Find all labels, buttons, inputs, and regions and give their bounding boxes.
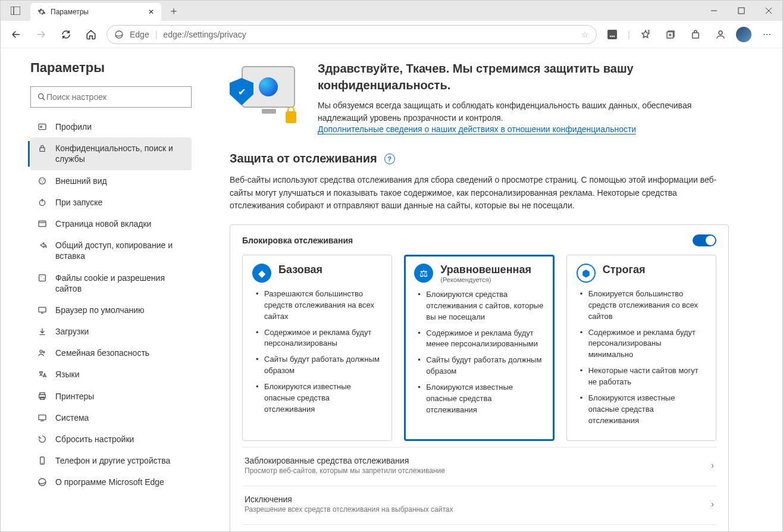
sidebar-item-family[interactable]: Семейная безопасность — [30, 342, 192, 364]
sidebar-item-share[interactable]: Общий доступ, копирование и вставка — [30, 234, 192, 267]
favorites-icon[interactable] — [636, 25, 655, 44]
sidebar-item-system[interactable]: Система — [30, 407, 192, 428]
appearance-icon — [37, 176, 48, 186]
cookies-icon — [37, 273, 48, 283]
exceptions-link[interactable]: Исключения Разрешение всех средств отсле… — [242, 486, 716, 522]
browser-tab[interactable]: Параметры ✕ — [30, 3, 161, 21]
sidebar-item-default[interactable]: Браузер по умолчанию — [30, 299, 192, 321]
svg-rect-29 — [39, 221, 46, 226]
search-settings[interactable] — [30, 86, 192, 108]
level-title: Строгая — [603, 264, 646, 276]
search-input[interactable] — [46, 92, 185, 102]
sidebar-item-label: Система — [55, 412, 89, 423]
collections-icon[interactable] — [661, 25, 680, 44]
close-tab-button[interactable]: ✕ — [148, 8, 154, 16]
level-icon: ◆ — [252, 264, 271, 283]
shopping-icon[interactable] — [686, 25, 705, 44]
exceptions-desc: Разрешение всех средств отслеживания на … — [245, 505, 453, 514]
svg-point-25 — [43, 179, 44, 180]
chevron-right-icon: › — [711, 499, 714, 509]
sidebar-title: Параметры — [30, 60, 192, 76]
svg-point-9 — [612, 35, 613, 36]
svg-point-10 — [613, 35, 615, 36]
sidebar-item-label: Профили — [55, 121, 92, 132]
privacy-learn-more-link[interactable]: Дополнительные сведения о наших действия… — [318, 124, 636, 134]
hero-body: Мы обязуемся всегда защищать и соблюдать… — [318, 99, 729, 124]
profile-icon[interactable] — [711, 25, 730, 44]
level-icon: ⬢ — [577, 264, 596, 283]
level-bullet: Разрешаются большинство средств отслежив… — [256, 289, 382, 323]
sidebar-item-label: Внешний вид — [55, 176, 107, 186]
sidebar-item-label: Конфиденциальность, поиск и службы — [55, 143, 184, 164]
svg-rect-31 — [39, 274, 46, 281]
favorite-icon[interactable]: ☆ — [581, 30, 589, 39]
home-button[interactable] — [82, 25, 101, 44]
sidebar-item-startup[interactable]: При запуске — [30, 192, 192, 213]
level-title: Уравновешенная — [440, 264, 531, 276]
family-icon — [37, 348, 48, 358]
tracking-level-1[interactable]: ⚖Уравновешенная(Рекомендуется)Блокируютс… — [404, 255, 554, 441]
tracking-section-title: Защита от отслеживания ? — [230, 152, 729, 165]
settings-sidebar: Параметры ПрофилиКонфиденциальность, пои… — [1, 48, 206, 531]
profile-icon — [37, 122, 48, 132]
sidebar-item-label: Языки — [55, 369, 80, 380]
hero-title: Здравствуйте, Ткачев. Мы стремимся защит… — [318, 60, 729, 93]
sidebar-item-label: При запуске — [55, 197, 102, 208]
separator: | — [155, 30, 158, 39]
lock-icon — [37, 143, 48, 153]
level-bullet: Содержимое и реклама будут менее персона… — [418, 328, 544, 351]
blocked-trackers-desc: Просмотр веб-сайтов, которым мы запретил… — [245, 467, 445, 475]
forward-button[interactable] — [32, 25, 51, 44]
level-bullet: Некоторые части сайтов могут не работать — [580, 365, 706, 388]
sidebar-item-print[interactable]: Принтеры — [30, 386, 192, 407]
refresh-button[interactable] — [57, 25, 76, 44]
maximize-button[interactable] — [728, 1, 755, 21]
minimize-button[interactable] — [700, 1, 728, 21]
address-bar[interactable]: Edge | edge://settings/privacy ☆ — [107, 25, 597, 44]
blocked-trackers-link[interactable]: Заблокированные средства отслеживания Пр… — [242, 447, 716, 483]
sidebar-item-download[interactable]: Загрузки — [30, 321, 192, 342]
default-icon — [37, 305, 48, 315]
tab-actions-icon[interactable] — [1, 1, 30, 21]
sidebar-item-lock[interactable]: Конфиденциальность, поиск и службы — [30, 137, 192, 170]
download-icon — [37, 327, 48, 336]
help-icon[interactable]: ? — [384, 154, 395, 164]
level-bullet: Сайты будут работать должным образом — [418, 355, 544, 377]
blocked-trackers-title: Заблокированные средства отслеживания — [245, 456, 445, 465]
back-button[interactable] — [7, 25, 26, 44]
sidebar-item-label: Общий доступ, копирование и вставка — [55, 240, 184, 261]
close-window-button[interactable] — [755, 1, 782, 21]
sidebar-item-reset[interactable]: Сбросить настройки — [30, 428, 192, 450]
svg-point-17 — [719, 31, 722, 35]
svg-rect-34 — [39, 307, 46, 312]
exceptions-title: Исключения — [245, 495, 453, 504]
address-url: edge://settings/privacy — [163, 30, 246, 39]
sidebar-item-cookies[interactable]: Файлы cookie и разрешения сайтов — [30, 267, 192, 299]
tracking-level-2[interactable]: ⬢СтрогаяБлокируется большинство средств … — [566, 255, 716, 441]
sidebar-item-about[interactable]: О программе Microsoft Edge — [30, 471, 192, 493]
menu-button[interactable]: ⋯ — [757, 25, 776, 44]
level-title: Базовая — [278, 264, 322, 276]
sidebar-item-newtab[interactable]: Страница новой вкладки — [30, 213, 192, 234]
svg-rect-41 — [39, 415, 46, 420]
svg-point-18 — [39, 94, 43, 99]
translate-icon[interactable] — [603, 25, 622, 44]
sidebar-item-phone[interactable]: Телефон и другие устройства — [30, 450, 192, 471]
svg-point-33 — [43, 278, 43, 278]
svg-line-19 — [43, 98, 45, 100]
sidebar-item-profile[interactable]: Профили — [30, 116, 192, 137]
level-bullet: Блокируется большинство средств отслежив… — [580, 289, 706, 323]
tracking-prevention-toggle[interactable] — [693, 234, 716, 246]
phone-icon — [37, 456, 48, 465]
sidebar-item-label: Сбросить настройки — [55, 434, 134, 445]
tracking-level-0[interactable]: ◆БазоваяРазрешаются большинство средств … — [242, 255, 392, 441]
sidebar-item-lang[interactable]: Языки — [30, 364, 192, 385]
avatar[interactable] — [736, 27, 751, 42]
toolbar: Edge | edge://settings/privacy ☆ | ⋯ — [1, 21, 782, 48]
new-tab-button[interactable]: ＋ — [161, 1, 186, 21]
level-bullet: Блокируются известные опасные средства о… — [580, 393, 706, 427]
sidebar-item-appearance[interactable]: Внешний вид — [30, 170, 192, 192]
svg-rect-16 — [693, 33, 699, 38]
sidebar-item-label: Страница новой вкладки — [55, 218, 151, 229]
search-icon — [37, 92, 46, 102]
